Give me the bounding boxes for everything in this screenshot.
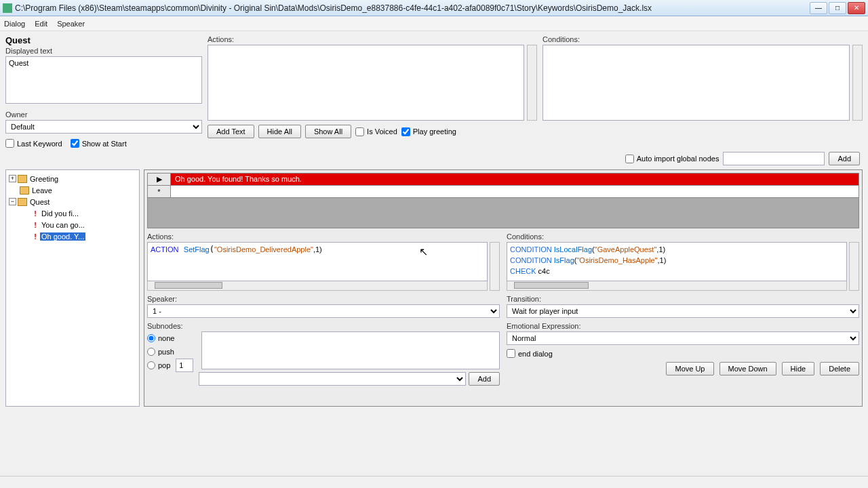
hide-all-button[interactable]: Hide All [258,125,301,138]
owner-dropdown[interactable]: Default [5,120,202,134]
top-actions-scroll[interactable] [527,45,537,121]
row-marker-active[interactable]: ▶ [148,174,171,186]
menu-edit[interactable]: Edit [35,20,47,28]
show-at-start-check[interactable]: Show at Start [71,139,127,148]
editor-actions-label: Actions: [147,232,500,241]
move-down-button[interactable]: Move Down [719,362,776,375]
hide-button[interactable]: Hide [782,362,815,375]
emo-dropdown[interactable]: Normal [507,331,859,345]
node-editor: ▶ Oh good. You found! Thanks so much. * … [144,169,863,407]
subnodes-label: Subnodes: [147,322,500,330]
tree-q1[interactable]: Did you fi... [40,209,80,218]
window-titlebar: C:\Program Files (x86)\Steam\steamapps\c… [0,0,868,16]
grid-row-1[interactable]: Oh good. You found! Thanks so much. [171,174,859,186]
status-bar [0,476,868,488]
displayed-text-input[interactable] [5,56,202,104]
speaker-dropdown[interactable]: 1 - [147,304,500,318]
bang-icon: ! [32,232,39,241]
radio-push[interactable]: push [147,345,195,359]
transition-dropdown[interactable]: Wait for player input [507,304,859,318]
menu-dialog[interactable]: Dialog [4,20,25,28]
owner-label: Owner [5,110,202,119]
actions-vscroll[interactable] [490,242,500,291]
tree-q2[interactable]: You can go... [40,221,86,229]
is-voiced-check[interactable]: Is Voiced [355,127,397,136]
folder-icon [20,186,29,195]
top-conditions-scroll[interactable] [852,45,863,121]
tree-leave[interactable]: Leave [31,186,54,195]
show-all-button[interactable]: Show All [305,125,351,138]
displayed-text-label: Displayed text [5,47,202,55]
speaker-label: Speaker: [147,295,500,303]
maximize-button[interactable]: □ [829,2,846,14]
tree-greeting[interactable]: Greeting [28,175,60,183]
tree-q3-selected[interactable]: Oh good. Y... [40,232,85,241]
subnode-select[interactable] [199,372,466,386]
collapse-icon[interactable]: − [9,198,16,205]
app-icon [3,3,12,13]
row-marker-new[interactable]: * [148,186,171,198]
menu-bar: Dialog Edit Speaker [0,16,868,31]
radio-none[interactable]: none [147,331,195,345]
emo-label: Emotional Expression: [507,322,859,330]
play-greeting-check[interactable]: Play greeting [401,127,456,136]
add-text-button[interactable]: Add Text [208,125,254,138]
editor-conditions-label: Conditions: [507,232,859,241]
transition-label: Transition: [507,295,859,303]
radio-pop[interactable]: pop [147,359,195,372]
bang-icon: ! [32,221,39,229]
actions-hscroll[interactable] [147,281,488,291]
tree-quest[interactable]: Quest [28,198,51,206]
last-keyword-check[interactable]: Last Keyword [5,139,62,148]
close-button[interactable]: ✕ [848,2,865,14]
top-actions-label: Actions: [208,35,537,43]
top-conditions-box[interactable] [542,45,850,121]
auto-import-check[interactable]: Auto import global nodes [625,155,719,163]
conditions-code[interactable]: CONDITION IsLocalFlag("GaveAppleQuest",1… [507,242,847,281]
folder-icon [18,198,27,206]
text-grid[interactable]: ▶ Oh good. You found! Thanks so much. * [147,173,859,228]
add-global-button[interactable]: Add [829,152,860,165]
conditions-vscroll[interactable] [849,242,859,291]
global-node-input[interactable] [723,152,825,165]
top-actions-box[interactable] [208,45,524,121]
minimize-button[interactable]: — [810,2,827,14]
actions-code[interactable]: ACTION SetFlag("OsirisDemo_DeliveredAppl… [147,242,488,281]
expand-icon[interactable]: + [9,175,16,182]
quest-heading: Quest [5,35,202,45]
bang-icon: ! [32,209,39,218]
top-conditions-label: Conditions: [542,35,863,43]
folder-icon [18,175,27,183]
subnodes-list[interactable] [201,331,500,369]
move-up-button[interactable]: Move Up [666,362,713,375]
pop-value[interactable] [176,359,193,372]
conditions-hscroll[interactable] [507,281,847,291]
delete-button[interactable]: Delete [820,362,859,375]
grid-row-new[interactable] [171,186,859,198]
end-dialog-check[interactable]: end dialog [507,349,859,358]
window-title: C:\Program Files (x86)\Steam\steamapps\c… [15,3,810,13]
add-subnode-button[interactable]: Add [469,372,500,386]
keyword-tree[interactable]: +Greeting Leave −Quest !Did you fi... !Y… [5,169,140,407]
menu-speaker[interactable]: Speaker [57,20,85,28]
